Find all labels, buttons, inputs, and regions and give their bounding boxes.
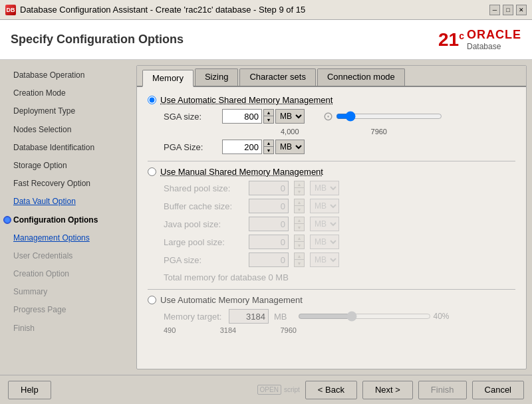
amm-slider-min: 490: [164, 326, 176, 334]
amm-unit-label: MB: [274, 312, 287, 322]
buffer-cache-spin: ▲ ▼: [294, 199, 305, 213]
sidebar-item-creation-mode[interactable]: Creation Mode: [0, 84, 136, 102]
sga-value-input[interactable]: 800: [222, 109, 262, 124]
pga-size2-spin-up: ▲: [295, 253, 304, 260]
java-pool-input: [249, 217, 289, 231]
openscript-area: OPEN script: [257, 385, 300, 395]
java-pool-spin: ▲ ▼: [294, 217, 305, 231]
pga-size2-unit: MB: [310, 252, 339, 267]
pga-spin-up[interactable]: ▲: [264, 140, 273, 147]
msmm-disabled-fields: Shared pool size: ▲ ▼ MB Buffer cache si…: [164, 181, 515, 267]
amm-slider: [298, 311, 431, 322]
oracle-text: ORACLE Database: [467, 28, 521, 51]
close-button[interactable]: ✕: [516, 5, 527, 15]
page-title: Specify Configuration Options: [11, 33, 184, 47]
pga-label: PGA Size:: [164, 142, 217, 152]
back-button[interactable]: < Back: [305, 381, 357, 399]
app-icon: DB: [5, 5, 16, 15]
sga-spin-down[interactable]: ▼: [264, 116, 273, 123]
sidebar-item-user-credentials[interactable]: User Credentials: [0, 247, 136, 265]
msmm-radio-row: Use Manual Shared Memory Management: [148, 167, 515, 177]
sidebar-item-database-identification[interactable]: Database Identification: [0, 139, 136, 157]
sidebar-item-storage-option[interactable]: Storage Option: [0, 157, 136, 175]
finish-button[interactable]: Finish: [418, 381, 467, 399]
sga-slider[interactable]: [336, 111, 442, 122]
amm-label[interactable]: Use Automatic Memory Management: [160, 295, 303, 305]
pga-value-input[interactable]: 200: [222, 140, 262, 154]
maximize-button[interactable]: □: [503, 5, 513, 15]
oracle-version: 21c: [438, 29, 464, 50]
pga-input-group: 200 ▲ ▼ MB GB: [222, 140, 305, 154]
amm-target-row: Memory target: 3184 MB 40%: [164, 309, 515, 324]
oracle-brand: ORACLE: [467, 28, 521, 42]
tab-sizing[interactable]: Sizing: [195, 68, 238, 86]
next-button[interactable]: Next >: [362, 381, 413, 399]
oracle-logo: 21c ORACLE Database: [438, 28, 521, 51]
pga-size2-label: PGA size:: [164, 255, 243, 265]
sga-unit-select[interactable]: MB GB: [275, 109, 305, 124]
buffer-cache-input: [249, 199, 289, 213]
shared-pool-label: Shared pool size:: [164, 183, 243, 193]
large-pool-spin-up: ▲: [295, 235, 304, 242]
tab-bar: Memory Sizing Character sets Connection …: [137, 66, 526, 87]
cancel-button[interactable]: Cancel: [472, 381, 524, 399]
amm-radio[interactable]: [148, 296, 156, 304]
asmm-section: Use Automatic Shared Memory Management S…: [148, 95, 515, 154]
large-pool-row: Large pool size: ▲ ▼ MB: [164, 235, 515, 249]
sidebar-item-database-operation[interactable]: Database Operation: [0, 66, 136, 84]
amm-slider-max: 7960: [281, 326, 297, 334]
large-pool-input: [249, 235, 289, 249]
pga-spin-buttons: ▲ ▼: [263, 140, 274, 154]
asmm-label[interactable]: Use Automatic Shared Memory Management: [160, 95, 332, 105]
sidebar-item-creation-option[interactable]: Creation Option: [0, 265, 136, 283]
shared-pool-spin-up: ▲: [295, 181, 304, 188]
buffer-cache-label: Buffer cache size:: [164, 201, 243, 211]
large-pool-label: Large pool size:: [164, 237, 243, 247]
sga-slider-labels: 4,000 7960: [281, 128, 387, 136]
sidebar-item-deployment-type[interactable]: Deployment Type: [0, 102, 136, 120]
sidebar-item-management-options[interactable]: Management Options: [0, 229, 136, 247]
msmm-label[interactable]: Use Manual Shared Memory Management: [160, 167, 323, 177]
buffer-cache-spin-down: ▼: [295, 206, 304, 213]
amm-slider-mid: 3184: [220, 326, 236, 334]
sidebar-item-configuration-options[interactable]: Configuration Options: [0, 211, 136, 229]
amm-slider-labels: 490 3184 7960: [164, 326, 297, 334]
help-button[interactable]: Help: [8, 381, 51, 399]
tab-memory[interactable]: Memory: [142, 70, 194, 87]
sidebar-item-finish[interactable]: Finish: [0, 320, 136, 338]
buffer-cache-unit: MB: [310, 199, 339, 213]
sga-field-row: SGA size: 800 ▲ ▼ MB GB: [164, 109, 515, 124]
buffer-cache-spin-up: ▲: [295, 199, 304, 206]
slider-icon: ⊙: [323, 109, 333, 124]
openscript-text: script: [284, 386, 300, 393]
sga-spin-buttons: ▲ ▼: [263, 109, 274, 124]
shared-pool-unit: MB: [310, 181, 339, 195]
openscript-logo: OPEN: [257, 385, 281, 395]
msmm-section: Use Manual Shared Memory Management Shar…: [148, 167, 515, 282]
header: Specify Configuration Options 21c ORACLE…: [0, 20, 532, 60]
total-memory-text: Total memory for database 0 MB: [164, 272, 515, 282]
large-pool-spin-down: ▼: [295, 242, 304, 249]
sidebar-item-fast-recovery[interactable]: Fast Recovery Option: [0, 175, 136, 193]
pga-size2-spin: ▲ ▼: [294, 252, 305, 267]
sga-spin-up[interactable]: ▲: [264, 110, 273, 116]
tab-connection-mode[interactable]: Connection mode: [317, 68, 405, 86]
pga-size2-spin-down: ▼: [295, 260, 304, 266]
pga-spin-down[interactable]: ▼: [264, 147, 273, 153]
sga-slider-min: 4,000: [281, 128, 299, 136]
window-title: Database Configuration Assistant - Creat…: [20, 5, 305, 15]
sidebar: Database Operation Creation Mode Deploym…: [0, 60, 136, 375]
asmm-radio[interactable]: [148, 96, 156, 104]
sidebar-item-summary[interactable]: Summary: [0, 283, 136, 301]
sga-input-group: 800 ▲ ▼ MB GB: [222, 109, 305, 124]
sidebar-item-data-vault[interactable]: Data Vault Option: [0, 193, 136, 211]
sidebar-item-nodes-selection[interactable]: Nodes Selection: [0, 121, 136, 139]
tab-character-sets[interactable]: Character sets: [239, 68, 316, 86]
sidebar-item-progress-page[interactable]: Progress Page: [0, 301, 136, 319]
pga-unit-select[interactable]: MB GB: [275, 140, 305, 154]
java-pool-spin-down: ▼: [295, 224, 304, 231]
msmm-radio[interactable]: [148, 167, 156, 176]
minimize-button[interactable]: ─: [489, 5, 500, 15]
footer: Help OPEN script < Back Next > Finish Ca…: [0, 375, 532, 404]
amm-radio-row: Use Automatic Memory Management: [148, 295, 515, 305]
